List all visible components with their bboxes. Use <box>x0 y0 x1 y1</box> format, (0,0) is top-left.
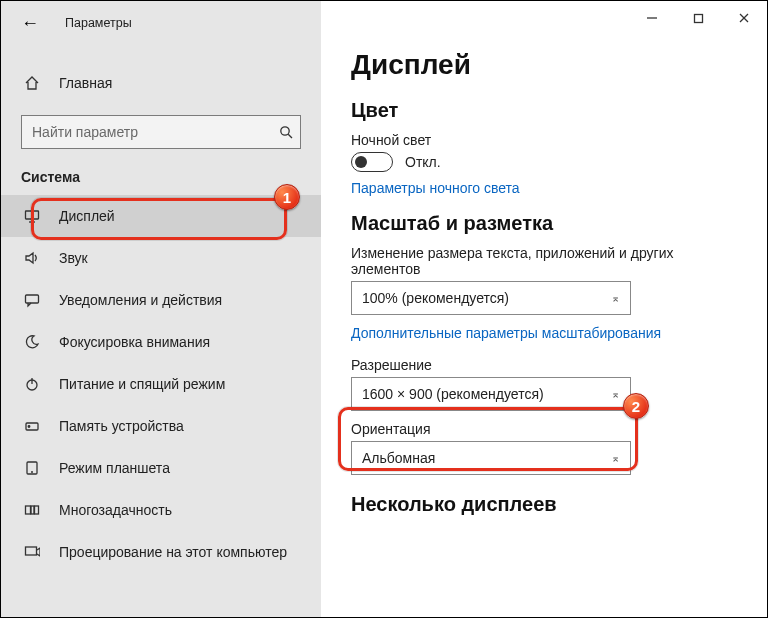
sidebar-item-label: Звук <box>59 250 88 266</box>
window-title: Параметры <box>65 16 132 30</box>
sidebar-item-label: Фокусировка внимания <box>59 334 210 350</box>
sidebar-item-display[interactable]: Дисплей <box>1 195 321 237</box>
monitor-icon <box>21 208 43 224</box>
svg-rect-12 <box>31 506 34 514</box>
message-icon <box>21 292 43 308</box>
sidebar-item-power[interactable]: Питание и спящий режим <box>1 363 321 405</box>
svg-rect-11 <box>26 506 31 514</box>
back-arrow-icon: ← <box>21 13 39 34</box>
nightlight-label: Ночной свет <box>351 132 737 148</box>
home-icon <box>21 75 43 91</box>
nightlight-toggle[interactable] <box>351 152 393 172</box>
chevron-down-icon: ⌅ <box>611 452 620 465</box>
sidebar-group-title: Система <box>1 169 321 185</box>
sidebar-item-label: Память устройства <box>59 418 184 434</box>
resolution-label: Разрешение <box>351 357 737 373</box>
section-color-heading: Цвет <box>351 99 737 122</box>
search-container <box>1 115 321 149</box>
sidebar-item-notifications[interactable]: Уведомления и действия <box>1 279 321 321</box>
sidebar-nav: Дисплей Звук Уведомления и действия Фоку… <box>1 195 321 617</box>
sidebar-item-focus[interactable]: Фокусировка внимания <box>1 321 321 363</box>
sidebar-item-sound[interactable]: Звук <box>1 237 321 279</box>
project-icon <box>21 544 43 560</box>
scale-select[interactable]: 100% (рекомендуется) ⌅ <box>351 281 631 315</box>
chevron-down-icon: ⌅ <box>611 292 620 305</box>
scale-label: Изменение размера текста, приложений и д… <box>351 245 737 277</box>
titlebar: ← Параметры <box>1 1 321 45</box>
orientation-select-value: Альбомная <box>362 450 435 466</box>
sidebar-item-label: Питание и спящий режим <box>59 376 225 392</box>
content-pane: Дисплей Цвет Ночной свет Откл. Параметры… <box>321 1 767 617</box>
home-nav-item[interactable]: Главная <box>1 63 321 103</box>
svg-point-8 <box>28 426 30 428</box>
svg-rect-16 <box>694 14 702 22</box>
search-input[interactable] <box>21 115 301 149</box>
nightlight-settings-link[interactable]: Параметры ночного света <box>351 180 737 196</box>
sidebar-item-projecting[interactable]: Проецирование на этот компьютер <box>1 531 321 573</box>
nightlight-state: Откл. <box>405 154 441 170</box>
settings-window: ← Параметры Главная Система <box>0 0 768 618</box>
back-button[interactable]: ← <box>15 8 45 38</box>
sidebar-item-label: Дисплей <box>59 208 115 224</box>
chevron-down-icon: ⌅ <box>611 388 620 401</box>
minimize-button[interactable] <box>629 1 675 35</box>
sidebar-item-label: Многозадачность <box>59 502 172 518</box>
close-button[interactable] <box>721 1 767 35</box>
sidebar-item-tablet[interactable]: Режим планшета <box>1 447 321 489</box>
section-multi-heading: Несколько дисплеев <box>351 493 737 516</box>
sidebar-item-label: Проецирование на этот компьютер <box>59 544 287 560</box>
window-controls <box>629 1 767 35</box>
advanced-scaling-link[interactable]: Дополнительные параметры масштабирования <box>351 325 737 341</box>
sidebar: ← Параметры Главная Система <box>1 1 321 617</box>
sidebar-item-label: Режим планшета <box>59 460 170 476</box>
section-scale-heading: Масштаб и разметка <box>351 212 737 235</box>
moon-icon <box>21 334 43 350</box>
toggle-knob-icon <box>355 156 367 168</box>
resolution-select[interactable]: 1600 × 900 (рекомендуется) ⌅ <box>351 377 631 411</box>
storage-icon <box>21 418 43 434</box>
sidebar-item-multitasking[interactable]: Многозадачность <box>1 489 321 531</box>
svg-rect-4 <box>26 295 39 303</box>
maximize-button[interactable] <box>675 1 721 35</box>
svg-rect-13 <box>35 506 39 514</box>
home-label: Главная <box>59 75 112 91</box>
tablet-icon <box>21 460 43 476</box>
page-title: Дисплей <box>351 49 737 81</box>
sidebar-item-storage[interactable]: Память устройства <box>1 405 321 447</box>
speaker-icon <box>21 250 43 266</box>
svg-rect-2 <box>26 211 39 219</box>
scale-select-value: 100% (рекомендуется) <box>362 290 509 306</box>
multitasking-icon <box>21 502 43 518</box>
orientation-label: Ориентация <box>351 421 737 437</box>
sidebar-item-label: Уведомления и действия <box>59 292 222 308</box>
power-icon <box>21 376 43 392</box>
svg-rect-14 <box>26 547 37 555</box>
resolution-select-value: 1600 × 900 (рекомендуется) <box>362 386 544 402</box>
orientation-select[interactable]: Альбомная ⌅ <box>351 441 631 475</box>
